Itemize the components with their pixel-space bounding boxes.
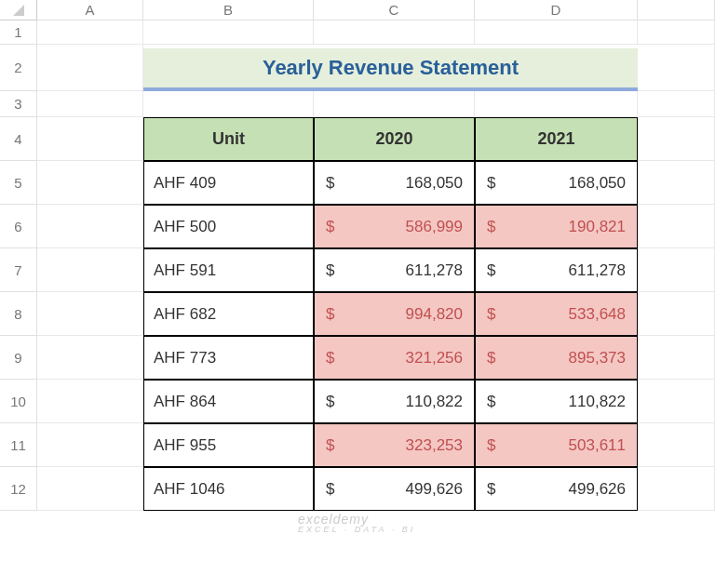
currency-symbol: $: [487, 174, 495, 193]
watermark: exceldemy EXCEL · DATA · BI: [298, 512, 415, 534]
cell-B3[interactable]: [143, 91, 314, 117]
money-value: 110,822: [406, 393, 463, 411]
currency-symbol: $: [326, 436, 334, 455]
cell-A6[interactable]: [37, 205, 143, 248]
cell-A9[interactable]: [37, 336, 143, 380]
header-2021[interactable]: 2021: [475, 117, 638, 161]
cell-E11[interactable]: [638, 423, 715, 467]
cell-E9[interactable]: [638, 336, 715, 380]
cell-A7[interactable]: [37, 248, 143, 292]
row-header-12[interactable]: 12: [0, 467, 37, 511]
cell-unit-10[interactable]: AHF 864: [143, 380, 314, 423]
col-header-A[interactable]: A: [37, 0, 143, 20]
money-value: 533,648: [569, 305, 626, 324]
cell-A1[interactable]: [37, 20, 143, 45]
cell-y1-9[interactable]: $321,256: [314, 336, 475, 380]
cell-A10[interactable]: [37, 380, 143, 423]
cell-y2-7[interactable]: $611,278: [475, 248, 638, 292]
currency-symbol: $: [487, 218, 495, 236]
cell-y2-10[interactable]: $110,822: [475, 380, 638, 423]
money-value: 110,822: [569, 393, 626, 411]
money-value: 168,050: [569, 174, 626, 193]
cell-B1[interactable]: [143, 20, 314, 45]
cell-unit-7[interactable]: AHF 591: [143, 248, 314, 292]
cell-y2-11[interactable]: $503,611: [475, 423, 638, 467]
cell-y1-7[interactable]: $611,278: [314, 248, 475, 292]
currency-symbol: $: [326, 480, 334, 499]
cell-D3[interactable]: [475, 91, 638, 117]
row-header-6[interactable]: 6: [0, 205, 37, 248]
row-header-8[interactable]: 8: [0, 292, 37, 336]
row-header-3[interactable]: 3: [0, 91, 37, 117]
cell-A2[interactable]: [37, 45, 143, 91]
cell-y2-8[interactable]: $533,648: [475, 292, 638, 336]
cell-A4[interactable]: [37, 117, 143, 161]
watermark-sub: EXCEL · DATA · BI: [298, 525, 415, 534]
money-value: 499,626: [569, 480, 626, 499]
watermark-main: exceldemy: [298, 512, 369, 527]
cell-unit-5[interactable]: AHF 409: [143, 161, 314, 205]
currency-symbol: $: [487, 261, 495, 280]
cell-y1-11[interactable]: $323,253: [314, 423, 475, 467]
col-header-C[interactable]: C: [314, 0, 475, 20]
cell-E8[interactable]: [638, 292, 715, 336]
cell-A5[interactable]: [37, 161, 143, 205]
cell-unit-11[interactable]: AHF 955: [143, 423, 314, 467]
row-header-10[interactable]: 10: [0, 380, 37, 423]
cell-E4[interactable]: [638, 117, 715, 161]
col-header-D[interactable]: D: [475, 0, 638, 20]
row-header-9[interactable]: 9: [0, 336, 37, 380]
cell-C3[interactable]: [314, 91, 475, 117]
cell-E2[interactable]: [638, 45, 715, 91]
money-value: 323,253: [406, 436, 463, 455]
money-value: 168,050: [406, 174, 463, 193]
money-value: 499,626: [406, 480, 463, 499]
cell-unit-12[interactable]: AHF 1046: [143, 467, 314, 511]
cell-unit-9[interactable]: AHF 773: [143, 336, 314, 380]
cell-D1[interactable]: [475, 20, 638, 45]
cell-A11[interactable]: [37, 423, 143, 467]
row-header-1[interactable]: 1: [0, 20, 37, 45]
header-2020[interactable]: 2020: [314, 117, 475, 161]
select-all-corner[interactable]: [0, 0, 37, 20]
money-value: 321,256: [406, 349, 463, 368]
money-value: 503,611: [569, 436, 626, 455]
cell-y2-9[interactable]: $895,373: [475, 336, 638, 380]
cell-y2-6[interactable]: $190,821: [475, 205, 638, 248]
currency-symbol: $: [326, 174, 334, 193]
cell-E3[interactable]: [638, 91, 715, 117]
row-header-4[interactable]: 4: [0, 117, 37, 161]
cell-y1-10[interactable]: $110,822: [314, 380, 475, 423]
cell-E7[interactable]: [638, 248, 715, 292]
cell-unit-6[interactable]: AHF 500: [143, 205, 314, 248]
cell-y1-6[interactable]: $586,999: [314, 205, 475, 248]
cell-C1[interactable]: [314, 20, 475, 45]
cell-A12[interactable]: [37, 467, 143, 511]
row-header-7[interactable]: 7: [0, 248, 37, 292]
table-title: Yearly Revenue Statement: [143, 48, 638, 91]
header-unit[interactable]: Unit: [143, 117, 314, 161]
cell-E6[interactable]: [638, 205, 715, 248]
cell-y2-5[interactable]: $168,050: [475, 161, 638, 205]
spreadsheet-grid[interactable]: A B C D 1 2 Yearly Revenue Statement 3 4…: [0, 0, 715, 511]
cell-y1-5[interactable]: $168,050: [314, 161, 475, 205]
col-header-blank[interactable]: [638, 0, 715, 20]
cell-E10[interactable]: [638, 380, 715, 423]
col-header-B[interactable]: B: [143, 0, 314, 20]
cell-E12[interactable]: [638, 467, 715, 511]
row-header-2[interactable]: 2: [0, 45, 37, 91]
currency-symbol: $: [326, 349, 334, 368]
cell-E5[interactable]: [638, 161, 715, 205]
row-header-11[interactable]: 11: [0, 423, 37, 467]
cell-E1[interactable]: [638, 20, 715, 45]
cell-y2-12[interactable]: $499,626: [475, 467, 638, 511]
cell-unit-8[interactable]: AHF 682: [143, 292, 314, 336]
currency-symbol: $: [487, 305, 495, 324]
cell-A8[interactable]: [37, 292, 143, 336]
cell-y1-8[interactable]: $994,820: [314, 292, 475, 336]
money-value: 611,278: [569, 261, 626, 280]
cell-y1-12[interactable]: $499,626: [314, 467, 475, 511]
currency-symbol: $: [487, 349, 495, 368]
row-header-5[interactable]: 5: [0, 161, 37, 205]
cell-A3[interactable]: [37, 91, 143, 117]
